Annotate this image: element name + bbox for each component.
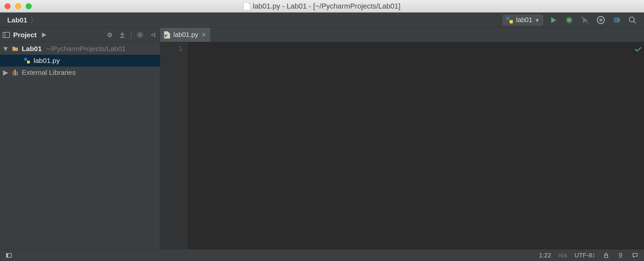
project-tool-window: Project <box>0 28 160 249</box>
caret-position[interactable]: 1:22 <box>539 252 551 259</box>
tree-external-libs-row[interactable]: ▶ External Libraries <box>0 67 160 78</box>
inspection-status-icon[interactable] <box>634 45 642 55</box>
svg-point-6 <box>139 34 141 36</box>
status-bar: 1:22 n/a UTF-8↕ <box>0 249 644 261</box>
svg-rect-8 <box>7 253 8 257</box>
libraries-icon <box>11 70 19 75</box>
chevron-right-icon[interactable]: ▶ <box>3 69 9 76</box>
close-tab-button[interactable]: × <box>202 31 206 39</box>
context-info: n/a <box>558 252 567 259</box>
window-title: lab01.py - Lab01 - [~/PycharmProjects/La… <box>0 2 644 11</box>
folder-icon <box>11 45 19 52</box>
lock-icon[interactable] <box>602 252 610 259</box>
tree-file-name: lab01.py <box>34 57 60 65</box>
run-toolbar: lab01 ▾ <box>503 14 638 26</box>
zoom-window-button[interactable] <box>26 3 32 9</box>
editor-tab[interactable]: lab01.py × <box>160 28 211 42</box>
tree-root-name: Lab01 <box>22 45 42 53</box>
panel-divider <box>131 31 132 39</box>
tree-root-path: ~/PycharmProjects/Lab01 <box>46 45 126 53</box>
window-titlebar: lab01.py - Lab01 - [~/PycharmProjects/La… <box>0 0 644 13</box>
inspector-icon[interactable] <box>617 252 624 259</box>
python-file-icon <box>164 31 170 39</box>
locate-button[interactable] <box>106 31 114 39</box>
feedback-icon[interactable] <box>631 252 639 259</box>
svg-rect-9 <box>604 255 608 258</box>
chevron-down-icon[interactable]: ▼ <box>3 45 9 53</box>
breadcrumb[interactable]: Lab01 〉 <box>5 15 38 25</box>
python-icon <box>506 17 513 23</box>
updown-icon: ↕ <box>592 252 596 259</box>
document-icon <box>244 2 250 10</box>
window-controls <box>5 3 32 9</box>
svg-point-5 <box>109 34 110 36</box>
collapse-all-button[interactable] <box>118 31 126 39</box>
chevron-right-icon: 〉 <box>30 15 38 25</box>
editor-area: lab01.py × 1 <box>160 28 644 249</box>
stop-button[interactable] <box>595 14 606 26</box>
close-window-button[interactable] <box>5 3 11 9</box>
svg-point-3 <box>629 17 634 22</box>
line-number: 1 <box>160 45 182 52</box>
run-button[interactable] <box>548 14 559 26</box>
scope-dropdown[interactable] <box>40 31 48 39</box>
code-text-area[interactable] <box>187 42 644 249</box>
editor-tabbar: lab01.py × <box>160 28 644 42</box>
settings-gear-icon[interactable] <box>136 31 144 39</box>
tree-external-libs-label: External Libraries <box>22 69 75 76</box>
svg-rect-2 <box>600 18 602 21</box>
debug-button[interactable] <box>564 14 575 26</box>
run-coverage-button[interactable] <box>579 14 591 26</box>
project-tree[interactable]: ▼ Lab01 ~/PycharmProjects/Lab01 lab01.py… <box>0 42 160 249</box>
chevron-down-icon: ▾ <box>536 16 539 24</box>
run-config-selector[interactable]: lab01 ▾ <box>503 15 543 25</box>
search-everywhere-button[interactable] <box>627 14 638 26</box>
encoding-label: UTF-8 <box>574 252 592 259</box>
project-view-icon <box>3 32 10 38</box>
editor-body: 1 <box>160 42 644 249</box>
window-title-text: lab01.py - Lab01 - [~/PycharmProjects/La… <box>253 2 400 11</box>
profile-button[interactable] <box>611 14 622 26</box>
navigation-bar: Lab01 〉 lab01 ▾ <box>0 13 644 28</box>
line-gutter: 1 <box>160 42 187 249</box>
run-config-label: lab01 <box>516 16 532 24</box>
svg-point-10 <box>619 253 622 256</box>
python-file-icon <box>23 57 31 64</box>
breadcrumb-root: Lab01 <box>7 16 27 24</box>
project-panel-header: Project <box>0 28 160 42</box>
hide-panel-button[interactable] <box>149 31 157 39</box>
tool-windows-toggle-icon[interactable] <box>5 252 13 259</box>
tree-file-row[interactable]: lab01.py <box>0 55 160 67</box>
main-content: Project <box>0 28 644 249</box>
tree-root-row[interactable]: ▼ Lab01 ~/PycharmProjects/Lab01 <box>0 43 160 55</box>
editor-tab-label: lab01.py <box>173 31 198 39</box>
encoding-selector[interactable]: UTF-8↕ <box>574 252 595 259</box>
minimize-window-button[interactable] <box>15 3 21 9</box>
project-panel-title: Project <box>13 31 37 39</box>
